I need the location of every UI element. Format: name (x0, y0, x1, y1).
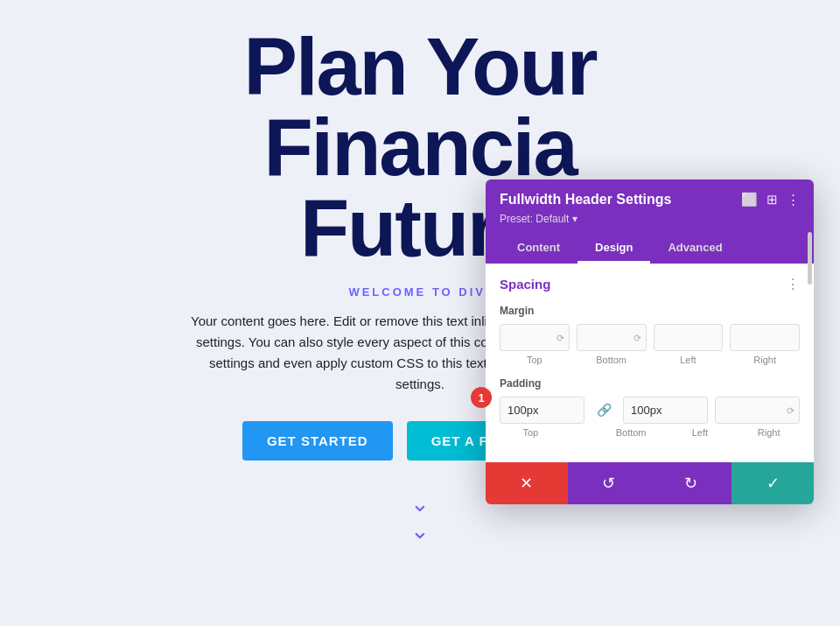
grid-icon[interactable]: ⊞ (766, 192, 778, 207)
scrollbar[interactable] (808, 232, 812, 285)
padding-left-label: Left (669, 427, 732, 438)
padding-top-box (500, 397, 584, 424)
margin-top-box: ⟳ (500, 324, 570, 351)
save-button[interactable]: ✓ (732, 462, 814, 504)
tab-content[interactable]: Content (500, 234, 578, 264)
minimize-icon[interactable]: ⬜ (741, 192, 758, 207)
padding-label: Padding (500, 377, 800, 390)
section-title: Spacing (500, 277, 550, 292)
margin-right-input[interactable] (730, 324, 800, 351)
undo-button[interactable]: ↺ (568, 462, 650, 504)
margin-left-label: Left (654, 355, 724, 365)
panel-header-top: Fullwidth Header Settings ⬜ ⊞ ⋮ (500, 192, 800, 207)
panel-tabs: Content Design Advanced (500, 234, 800, 264)
section-header: Spacing ⋮ (500, 276, 800, 292)
margin-bottom-label: Bottom (577, 355, 647, 365)
settings-panel: Fullwidth Header Settings ⬜ ⊞ ⋮ Preset: … (486, 179, 814, 504)
margin-fields: ⟳ ⟳ (500, 324, 800, 351)
padding-left-box: ⟳ (715, 397, 800, 424)
welcome-label: Welcome to Divi (348, 285, 491, 299)
tab-design[interactable]: Design (578, 234, 650, 264)
badge-number: 1 (471, 387, 492, 408)
margin-top-label: Top (500, 355, 570, 365)
panel-body: Spacing ⋮ Margin ⟳ ⟳ Top Bottom Left (486, 264, 814, 462)
padding-right-label: Right (738, 427, 800, 438)
padding-link-icon[interactable]: 🔗 (592, 403, 616, 418)
margin-left-box (654, 324, 724, 351)
panel-footer: ✕ ↺ ↻ ✓ (486, 462, 814, 504)
padding-bottom-box (623, 397, 708, 424)
panel-header-icons: ⬜ ⊞ ⋮ (741, 192, 800, 207)
panel-header: Fullwidth Header Settings ⬜ ⊞ ⋮ Preset: … (486, 179, 814, 264)
link-icon-margin-top: ⟳ (556, 332, 564, 343)
margin-right-box (730, 324, 800, 351)
redo-button[interactable]: ↻ (650, 462, 732, 504)
padding-top-label: Top (500, 427, 562, 438)
padding-top-input[interactable] (500, 397, 584, 424)
padding-bottom-input[interactable] (623, 397, 708, 424)
cancel-button[interactable]: ✕ (486, 462, 568, 504)
tab-advanced[interactable]: Advanced (650, 234, 739, 264)
margin-left-input[interactable] (654, 324, 724, 351)
margin-right-label: Right (730, 355, 800, 365)
padding-bottom-label: Bottom (600, 427, 662, 438)
panel-title: Fullwidth Header Settings (500, 192, 671, 207)
padding-fields: 🔗 ⟳ (500, 397, 800, 424)
padding-field-labels: Top Bottom Left Right (500, 427, 800, 438)
link-icon-margin-bottom: ⟳ (634, 332, 641, 343)
margin-bottom-box: ⟳ (577, 324, 647, 351)
margin-field-labels: Top Bottom Left Right (500, 355, 800, 365)
margin-label: Margin (500, 305, 800, 317)
more-icon[interactable]: ⋮ (787, 192, 800, 207)
link-icon-padding-left: ⟳ (787, 404, 794, 416)
panel-preset[interactable]: Preset: Default ▾ (500, 213, 800, 225)
scroll-chevron-icon: ⌄⌄ (410, 490, 430, 545)
section-menu-icon[interactable]: ⋮ (786, 276, 800, 292)
get-started-button[interactable]: Get Started (242, 421, 393, 461)
